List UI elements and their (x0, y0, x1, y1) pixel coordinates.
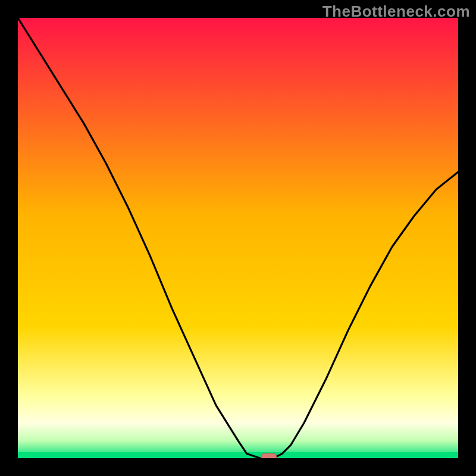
optimal-marker (261, 453, 277, 458)
plot-area (18, 18, 458, 458)
chart-svg (18, 18, 458, 458)
chart-frame: { "watermark": "TheBottleneck.com", "cha… (0, 0, 476, 476)
gradient-bg (18, 18, 458, 458)
watermark: TheBottleneck.com (322, 2, 470, 21)
green-baseline (18, 452, 458, 458)
